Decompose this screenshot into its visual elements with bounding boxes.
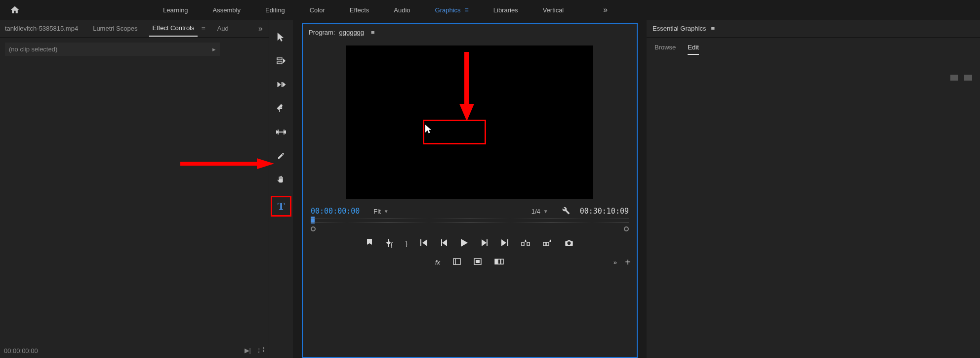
svg-rect-8 [522,242,524,246]
chevron-overflow-icon[interactable]: » [258,24,267,33]
workspace-tab-assembly[interactable]: Assembly [213,6,241,14]
tab-browse[interactable]: Browse [654,44,676,55]
video-frame[interactable] [346,45,593,199]
panel-tab-audio[interactable]: Aud [214,21,232,36]
in-point-handle[interactable] [311,226,316,231]
track-select-tool[interactable] [274,53,288,68]
out-point-handle[interactable] [624,226,629,231]
workspace-tabs: Learning Assembly Editing Color Effects … [163,5,608,14]
monitor-viewport[interactable] [303,41,637,204]
go-to-in-button[interactable] [420,239,428,248]
extract-button[interactable] [543,239,552,248]
hamburger-icon[interactable]: ≡ [711,25,715,32]
program-monitor-panel: Program: ggggggg ≡ 00:00:00:00 Fit ▼ 1/4… [302,23,638,358]
svg-rect-3 [388,239,389,247]
grid-view-icon[interactable] [950,75,958,81]
hand-tool[interactable] [274,172,288,187]
monitor-timebar: 00:00:00:00 Fit ▼ 1/4 ▼ 00:30:10:09 [303,204,637,219]
playback-res-label: 1/4 [531,208,540,215]
left-panel-tabs: tankilevitch-5385815.mp4 Lumetri Scopes … [0,20,269,38]
chevron-overflow-icon[interactable]: » [603,5,608,14]
essential-graphics-tabs: Browse Edit [647,38,980,61]
svg-rect-16 [495,259,497,264]
type-t-icon: T [278,200,285,213]
scrub-ruler[interactable] [311,219,629,223]
svg-rect-9 [527,242,530,246]
svg-rect-4 [420,239,421,246]
current-timecode[interactable]: 00:00:00:00 [311,207,360,216]
svg-rect-0 [277,58,282,60]
layer-view-toggle-row [647,61,980,81]
workspace-tab-graphics[interactable]: Graphics ≡ [435,6,469,14]
panel-tab-effect-controls[interactable]: Effect Controls [149,20,197,37]
workspace-tab-learning[interactable]: Learning [163,6,188,14]
add-marker-button[interactable] [366,239,373,248]
workspace-tab-vertical[interactable]: Vertical [543,6,564,14]
svg-rect-7 [507,239,508,246]
razor-tool[interactable] [274,101,288,116]
type-tool[interactable]: T [271,196,291,217]
no-clip-selected-row: (no clip selected) ▸ [5,43,220,56]
hamburger-icon[interactable]: ≡ [202,25,205,33]
pen-tool[interactable] [274,148,288,163]
chevron-down-icon: ▼ [543,209,548,214]
lift-button[interactable] [521,239,530,248]
step-back-button[interactable] [441,239,448,248]
tab-edit[interactable]: Edit [688,44,698,55]
plus-button[interactable]: + [625,257,631,268]
left-panel-footer: 00:00:00:00 ▶| [0,343,269,358]
zoom-fit-dropdown[interactable]: Fit ▼ [369,206,392,217]
comparison-view-button[interactable] [453,258,461,267]
main-layout: tankilevitch-5385815.mp4 Lumetri Scopes … [0,20,980,358]
left-panel: tankilevitch-5385815.mp4 Lumetri Scopes … [0,20,269,358]
svg-rect-11 [546,242,549,246]
svg-rect-6 [487,239,488,246]
workspace-tab-label: Graphics [435,6,461,14]
workspace-tab-libraries[interactable]: Libraries [493,6,518,14]
chevron-right-icon[interactable]: ▸ [212,45,216,53]
play-only-icon[interactable]: ▶| [245,347,251,355]
slip-tool[interactable] [274,125,288,139]
svg-rect-18 [501,259,503,264]
home-icon[interactable] [5,5,25,15]
play-button[interactable] [461,239,468,248]
panel-tab-lumetri[interactable]: Lumetri Scopes [90,21,140,36]
cursor-icon [425,125,432,134]
fx-icon[interactable]: fx [435,259,440,266]
playback-res-dropdown[interactable]: 1/4 ▼ [528,206,552,217]
workspace-tab-audio[interactable]: Audio [394,6,410,14]
step-forward-button[interactable] [481,239,488,248]
go-to-out-button[interactable] [500,239,508,248]
chevron-overflow-icon[interactable]: » [613,259,617,266]
workspace-tab-effects[interactable]: Effects [350,6,369,14]
panel-tab-source[interactable]: tankilevitch-5385815.mp4 [2,21,81,36]
selection-tool[interactable] [274,30,288,45]
loop-icon[interactable] [258,347,265,355]
program-header: Program: ggggggg ≡ [303,24,637,41]
wrench-icon[interactable] [562,207,570,216]
essential-graphics-panel: Essential Graphics ≡ Browse Edit [647,20,980,358]
transport-controls-2: fx » + [303,253,637,271]
text-box-annotation [423,120,486,144]
ripple-edit-tool[interactable] [274,77,288,92]
svg-rect-1 [277,62,282,64]
svg-rect-15 [476,260,480,263]
panel-title: Essential Graphics [653,25,706,32]
workspace-tab-editing[interactable]: Editing [265,6,285,14]
total-duration-timecode: 00:30:10:09 [580,207,629,216]
mark-in-button[interactable]: { [386,239,393,248]
scrubber[interactable] [303,219,637,233]
hamburger-icon[interactable]: ≡ [465,6,469,14]
mark-out-button[interactable]: } [406,240,408,247]
hamburger-icon[interactable]: ≡ [371,29,375,36]
proxies-button[interactable] [494,259,504,266]
zoom-fit-label: Fit [373,208,380,215]
program-sequence-name: ggggggg [339,29,364,36]
transport-controls: { } [303,233,637,253]
safe-margins-button[interactable] [474,258,482,267]
svg-rect-12 [453,259,460,265]
list-view-icon[interactable] [964,75,972,81]
export-frame-button[interactable] [565,239,573,248]
workspace-tab-color[interactable]: Color [310,6,325,14]
tools-panel: T [269,20,293,358]
